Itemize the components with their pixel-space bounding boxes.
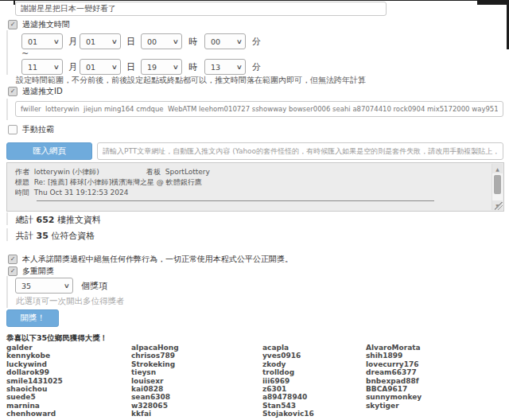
winner-name: skytiger xyxy=(366,402,422,410)
winner-name: acapla xyxy=(262,344,314,352)
winner-name: kennykobe xyxy=(6,352,63,360)
winner-name: louisexr xyxy=(131,377,179,385)
section-indent-rule xyxy=(6,276,8,308)
article-time-line: 時間 Thu Oct 31 19:12:53 2024 xyxy=(15,188,128,198)
check-icon: ✓ xyxy=(10,88,16,95)
minute-unit-label: 分 xyxy=(252,36,261,48)
hour-unit-label: 時 xyxy=(188,61,197,73)
winner-name: w328065 xyxy=(131,402,179,410)
textarea-resize-grip[interactable] xyxy=(495,202,503,210)
winner-name: Stan543 xyxy=(262,402,314,410)
filter-id-checkbox[interactable]: ✓ xyxy=(8,87,17,96)
winners-column: galderkennykobeluckywinddollarok99smile1… xyxy=(6,344,63,418)
start-month-select[interactable]: 01∨ xyxy=(21,33,63,49)
winner-name: trolldog xyxy=(262,368,314,376)
time-filter-hint: 設定時間範圍，不分前後，前後設定起點或終點都可以，推文時間落在範圍內即可，但無法… xyxy=(16,75,366,86)
pledge-label: 本人承諾開獎過程中絕無任何作弊行為，一切正常使用本程式公平公正開獎。 xyxy=(22,254,293,265)
manual-mode-row: ✓ 手動拉霸 xyxy=(8,124,54,135)
winners-column: acaplayves0916zkodytrolldogiii6969z6301a… xyxy=(262,344,314,418)
chevron-down-icon: ∨ xyxy=(173,38,179,45)
result-headline: 恭喜以下35位鄉民獲得大獎！ xyxy=(6,333,107,344)
winner-name: sunnymonkey xyxy=(366,393,422,401)
winner-name: yves0916 xyxy=(262,352,314,360)
winner-name: zkody xyxy=(262,360,314,368)
winner-name: sean6308 xyxy=(131,393,179,401)
winner-name: alpacaHong xyxy=(131,344,179,352)
section-indent-rule xyxy=(6,228,8,241)
filter-time-checkbox[interactable]: ✓ xyxy=(8,20,17,29)
prize-unit-label: 個獎項 xyxy=(81,280,107,292)
total-comments-line: 總計 652 樓推文資料 xyxy=(16,214,101,226)
winner-name: chenhoward xyxy=(6,410,63,418)
chevron-down-icon: ∨ xyxy=(53,38,60,45)
check-icon: ✓ xyxy=(10,268,16,274)
article-author-line: 作者 lotterywin (小律師) xyxy=(15,167,99,177)
chevron-down-icon: ∨ xyxy=(173,64,179,71)
winner-name: luckywind xyxy=(6,360,63,368)
day-unit-label: 日 xyxy=(126,36,135,48)
end-minute-select[interactable]: 13∨ xyxy=(204,59,246,75)
ptt-lottery-tool-page: ✓ 過濾推文時間 01∨ 月 01∨ 日 00∨ 時 00∨ 分 ~ 11∨ 月… xyxy=(0,0,509,420)
qualified-count: 35 xyxy=(37,231,49,241)
section-indent-rule xyxy=(6,30,8,75)
end-month-select[interactable]: 11∨ xyxy=(21,59,63,75)
chevron-down-icon: ∨ xyxy=(111,64,118,71)
article-separator-line xyxy=(37,200,434,201)
winner-name: shih1899 xyxy=(366,352,422,360)
scrollbar-thumb[interactable] xyxy=(494,175,501,194)
winner-name: bnbexpad88f xyxy=(366,377,422,385)
winner-name: smile1431025 xyxy=(6,377,63,385)
winner-name: chrisos789 xyxy=(131,352,179,360)
chevron-down-icon: ∨ xyxy=(111,38,118,45)
winner-name: AlvaroMorata xyxy=(366,344,422,352)
day-unit-label: 日 xyxy=(126,61,135,73)
winner-name: tieysn xyxy=(131,368,179,376)
winner-name: kkfai xyxy=(131,410,179,418)
end-hour-select[interactable]: 19∨ xyxy=(141,59,182,75)
check-icon: ✓ xyxy=(10,256,16,262)
prize-count-select[interactable]: 35∨ xyxy=(15,278,73,294)
winner-name: a89478940 xyxy=(262,393,314,401)
article-content-textarea[interactable]: 作者 lotterywin (小律師) 看板 SportLottery 標題 R… xyxy=(6,162,504,212)
filter-time-row: ✓ 過濾推文時間 xyxy=(8,19,70,30)
manual-mode-checkbox[interactable]: ✓ xyxy=(8,125,17,134)
winner-name: kai0828 xyxy=(131,385,179,393)
screen-edge-artifact xyxy=(0,0,509,1)
winner-name: marnina xyxy=(6,402,63,410)
minute-unit-label: 分 xyxy=(252,61,261,73)
multi-draw-checkbox[interactable]: ✓ xyxy=(8,266,17,276)
manual-mode-label: 手動拉霸 xyxy=(22,124,54,135)
chevron-down-icon: ∨ xyxy=(236,38,243,45)
comment-input[interactable] xyxy=(15,2,387,16)
end-day-select[interactable]: 01∨ xyxy=(80,59,121,75)
hour-unit-label: 時 xyxy=(188,36,197,48)
filter-time-label: 過濾推文時間 xyxy=(22,19,70,30)
start-hour-select[interactable]: 00∨ xyxy=(141,33,182,49)
winner-name: dollarok99 xyxy=(6,368,63,376)
winner-name: Strokeking xyxy=(131,360,179,368)
month-unit-label: 月 xyxy=(68,61,77,73)
start-day-select[interactable]: 01∨ xyxy=(80,33,121,49)
screen-corner-artifact xyxy=(477,0,509,5)
filter-id-row: ✓ 過濾推文ID xyxy=(8,86,63,97)
id-filter-input[interactable] xyxy=(15,101,503,117)
article-board-line: 看板 SportLottery xyxy=(146,167,210,177)
section-indent-rule xyxy=(6,99,8,120)
winner-name: Stojakovic16 xyxy=(262,410,314,418)
draw-button[interactable]: 開獎！ xyxy=(6,309,59,327)
winner-name: iii6969 xyxy=(262,377,314,385)
month-unit-label: 月 xyxy=(68,36,77,48)
article-title-line: 標題 Re: [推薦] 棒球[小律師]橫濱海灣之星 @ 軟體銀行鷹 xyxy=(15,177,202,188)
import-page-button[interactable]: 匯入網頁 xyxy=(6,142,92,160)
tilde-separator: ~ xyxy=(21,49,29,59)
multi-draw-row: ✓ 多重開獎 xyxy=(8,266,54,277)
qualified-count-line: 共計 35 位符合資格 xyxy=(16,230,95,242)
article-url-input[interactable] xyxy=(97,142,503,160)
pledge-checkbox[interactable]: ✓ xyxy=(8,255,17,264)
winners-column: AlvaroMoratashih1899lovecurry176dream663… xyxy=(366,344,422,410)
winner-name: BBCA9617 xyxy=(366,385,422,393)
start-minute-select[interactable]: 00∨ xyxy=(204,33,246,49)
winner-name: suede5 xyxy=(6,393,63,401)
winners-column: alpacaHongchrisos789Strokekingtieysnloui… xyxy=(131,344,179,418)
scroll-up-icon[interactable]: ▲ xyxy=(492,164,503,173)
